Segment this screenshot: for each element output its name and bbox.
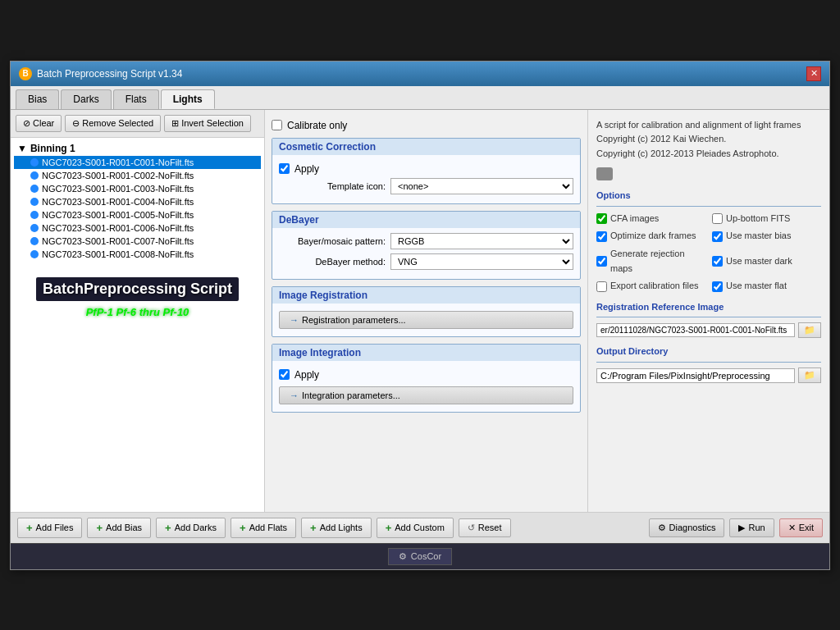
option-master-bias: Use master bias xyxy=(712,229,821,244)
cosmetic-apply-checkbox[interactable] xyxy=(279,163,290,174)
tree-item[interactable]: NGC7023-S001-R001-C004-NoFilt.fts xyxy=(14,195,261,208)
titlebar-left: B Batch Preprocessing Script v1.34 xyxy=(19,67,182,80)
options-section: Options CFA images Up-bottom FITS Optimi… xyxy=(596,189,821,294)
tree-item[interactable]: NGC7023-S001-R001-C007-NoFilt.fts xyxy=(14,235,261,248)
tab-bar: Bias Darks Flats Lights xyxy=(11,86,829,110)
optimize-dark-checkbox[interactable] xyxy=(596,231,607,242)
clear-button[interactable]: ⊘ Clear xyxy=(16,115,62,132)
info-line2: Copyright (c) 2012 Kai Wiechen. xyxy=(596,132,821,147)
optimize-dark-label: Optimize dark frames xyxy=(610,229,696,244)
bayer-label: Bayer/mosaic pattern: xyxy=(279,236,386,246)
upbottom-checkbox[interactable] xyxy=(712,213,723,224)
close-button[interactable]: ✕ xyxy=(806,66,821,81)
cosmetic-apply-label: Apply xyxy=(294,163,319,175)
file-name: NGC7023-S001-R001-C001-NoFilt.fts xyxy=(42,158,194,167)
output-dir-input[interactable] xyxy=(596,368,795,383)
add-custom-button[interactable]: + Add Custom xyxy=(377,518,454,538)
file-name: NGC7023-S001-R001-C007-NoFilt.fts xyxy=(42,236,194,246)
tree-item[interactable]: NGC7023-S001-R001-C002-NoFilt.fts xyxy=(14,169,261,182)
option-cfa: CFA images xyxy=(596,212,705,226)
tab-flats[interactable]: Flats xyxy=(113,89,159,109)
app-icon-letter: B xyxy=(22,69,28,78)
tree-item[interactable]: NGC7023-S001-R001-C008-NoFilt.fts xyxy=(14,248,261,261)
file-name: NGC7023-S001-R001-C002-NoFilt.fts xyxy=(42,171,194,180)
template-row: Template icon: <none> xyxy=(279,178,573,194)
debayer-body: Bayer/mosaic pattern: RGGB DeBayer metho… xyxy=(272,228,580,279)
master-flat-checkbox[interactable] xyxy=(712,281,723,292)
diagnostics-button[interactable]: ⚙ Diagnostics xyxy=(649,518,725,537)
integration-apply-checkbox[interactable] xyxy=(279,369,290,380)
options-grid: CFA images Up-bottom FITS Optimize dark … xyxy=(596,212,821,294)
debayer-method-label: DeBayer method: xyxy=(279,257,386,267)
reg-ref-input[interactable] xyxy=(596,323,795,337)
template-select[interactable]: <none> xyxy=(390,178,573,194)
file-name: NGC7023-S001-R001-C008-NoFilt.fts xyxy=(42,249,194,259)
run-icon: ▶ xyxy=(738,523,745,533)
plus-icon: + xyxy=(240,522,246,534)
add-bias-button[interactable]: + Add Bias xyxy=(87,518,151,538)
file-name: NGC7023-S001-R001-C006-NoFilt.fts xyxy=(42,223,194,233)
integration-apply-label: Apply xyxy=(294,369,319,381)
add-files-button[interactable]: + Add Files xyxy=(17,518,82,538)
debayer-method-select[interactable]: VNG xyxy=(390,253,573,270)
file-name: NGC7023-S001-R001-C003-NoFilt.fts xyxy=(42,184,194,194)
image-registration-body: → Registration parameters... xyxy=(272,304,580,336)
taskbar-item[interactable]: ⚙ CosCor xyxy=(388,548,452,565)
tab-bias[interactable]: Bias xyxy=(16,89,59,109)
reset-icon: ↺ xyxy=(468,523,475,533)
master-bias-checkbox[interactable] xyxy=(712,231,723,242)
bayer-select[interactable]: RGGB xyxy=(390,233,573,249)
brand-title: BatchPreprocessing Script xyxy=(36,277,239,301)
middle-panel: Calibrate only Cosmetic Correction Apply… xyxy=(265,110,587,512)
cfa-checkbox[interactable] xyxy=(596,213,607,224)
remove-selected-button[interactable]: ⊖ Remove Selected xyxy=(65,115,161,132)
file-dot xyxy=(30,237,39,245)
main-window: B Batch Preprocessing Script v1.34 ✕ Bia… xyxy=(10,61,830,570)
titlebar: B Batch Preprocessing Script v1.34 ✕ xyxy=(11,62,829,86)
left-panel: ⊘ Clear ⊖ Remove Selected ⊞ Invert Selec… xyxy=(11,110,265,512)
add-lights-button[interactable]: + Add Lights xyxy=(301,518,372,538)
master-dark-checkbox[interactable] xyxy=(712,256,723,267)
file-dot xyxy=(30,224,39,232)
file-dot xyxy=(30,185,39,193)
arrow-right-icon: → xyxy=(290,315,299,325)
run-button[interactable]: ▶ Run xyxy=(729,518,774,537)
output-section: Output Directory 📁 xyxy=(596,345,821,383)
remove-icon: ⊖ xyxy=(72,118,80,129)
integration-apply-row: Apply xyxy=(279,366,573,384)
calibrate-only-label: Calibrate only xyxy=(287,120,347,131)
reg-ref-browse-button[interactable]: 📁 xyxy=(798,322,821,338)
tree-item[interactable]: NGC7023-S001-R001-C001-NoFilt.fts xyxy=(14,156,261,169)
integration-params-button[interactable]: → Integration parameters... xyxy=(279,386,573,404)
file-dot xyxy=(30,198,39,206)
exit-button[interactable]: ✕ Exit xyxy=(779,518,823,537)
info-panel: A script for calibration and alignment o… xyxy=(587,110,829,512)
app-icon: B xyxy=(19,67,32,80)
tree-item[interactable]: NGC7023-S001-R001-C005-NoFilt.fts xyxy=(14,208,261,221)
option-optimize-dark: Optimize dark frames xyxy=(596,229,705,244)
file-name: NGC7023-S001-R001-C005-NoFilt.fts xyxy=(42,210,194,220)
debayer-header: DeBayer xyxy=(272,212,580,228)
invert-selection-button[interactable]: ⊞ Invert Selection xyxy=(164,115,251,132)
tree-item[interactable]: NGC7023-S001-R001-C003-NoFilt.fts xyxy=(14,182,261,195)
tree-item[interactable]: NGC7023-S001-R001-C006-NoFilt.fts xyxy=(14,221,261,235)
registration-params-button[interactable]: → Registration parameters... xyxy=(279,311,573,329)
add-flats-button[interactable]: + Add Flats xyxy=(231,518,296,538)
reg-ref-title: Registration Reference Image xyxy=(596,300,821,318)
upbottom-label: Up-bottom FITS xyxy=(726,212,790,226)
tab-darks[interactable]: Darks xyxy=(61,89,111,109)
file-toolbar: ⊘ Clear ⊖ Remove Selected ⊞ Invert Selec… xyxy=(11,110,264,138)
options-title: Options xyxy=(596,189,821,207)
add-darks-button[interactable]: + Add Darks xyxy=(156,518,226,538)
export-calib-label: Export calibration files xyxy=(610,279,699,294)
file-dot xyxy=(30,158,39,167)
export-calib-checkbox[interactable] xyxy=(596,281,607,292)
image-integration-body: Apply → Integration parameters... xyxy=(272,361,580,412)
file-dot xyxy=(30,211,39,219)
gen-rejection-checkbox[interactable] xyxy=(596,256,607,267)
tab-lights[interactable]: Lights xyxy=(161,89,215,109)
reset-button[interactable]: ↺ Reset xyxy=(459,518,511,537)
calibrate-only-checkbox[interactable] xyxy=(272,120,282,130)
output-browse-button[interactable]: 📁 xyxy=(798,368,821,383)
image-integration-section: Image Integration Apply → Integration pa… xyxy=(272,344,581,413)
